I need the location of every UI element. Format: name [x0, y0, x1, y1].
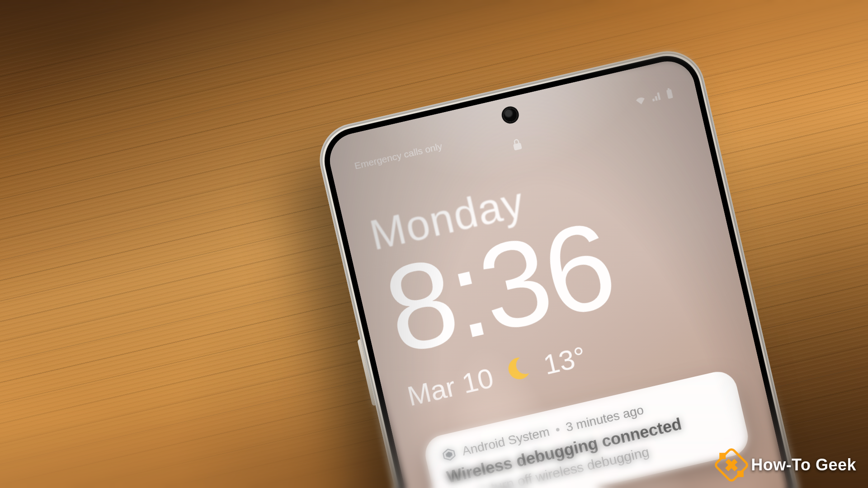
watermark-text: How-To Geek	[751, 455, 856, 474]
phone-screen[interactable]: Emergency calls only	[325, 56, 868, 488]
emergency-calls-label: Emergency calls only	[354, 141, 443, 171]
howtogeek-logo-icon	[713, 446, 750, 483]
phone-body: Emergency calls only	[312, 44, 868, 488]
clock-widget: Monday 8:36 Mar 10 13°	[366, 142, 730, 413]
separator-dot: •	[554, 422, 561, 437]
moon-icon	[503, 353, 535, 390]
svg-rect-0	[666, 89, 673, 99]
battery-icon	[665, 88, 674, 100]
signal-icon	[651, 91, 662, 102]
android-system-icon	[440, 446, 458, 463]
depth-blur-top	[0, 0, 868, 81]
wooden-table-background: Emergency calls only	[0, 0, 868, 488]
watermark: How-To Geek	[718, 452, 856, 478]
svg-marker-4	[445, 451, 453, 459]
phone: Emergency calls only	[312, 44, 868, 488]
wifi-icon	[634, 94, 647, 106]
temperature: 13°	[540, 340, 589, 381]
lock-icon	[509, 136, 526, 153]
status-icons	[633, 88, 674, 107]
